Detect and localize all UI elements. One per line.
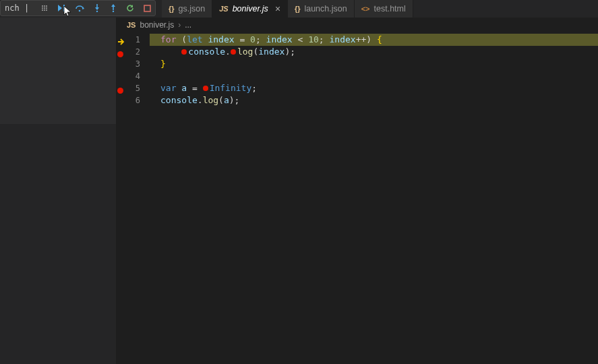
sidebar (0, 0, 116, 364)
tab-label: gs.json (179, 4, 206, 13)
svg-point-11 (96, 11, 98, 12)
breadcrumb[interactable]: JS boniver.js › ... (116, 18, 598, 32)
chevron-right-icon: › (178, 20, 181, 30)
svg-point-5 (46, 7, 47, 9)
svg-point-4 (44, 7, 45, 9)
code-editor[interactable]: 123456 for (let index = 0; index < 10; i… (116, 32, 598, 364)
tab-launch-json[interactable]: {}launch.json (288, 0, 355, 18)
breadcrumb-file: boniver.js (140, 20, 174, 30)
code-line[interactable] (160, 70, 598, 82)
line-number[interactable]: 2 (116, 46, 150, 58)
code-line[interactable]: console.log(index); (160, 46, 598, 58)
continue-icon[interactable] (57, 4, 65, 12)
close-icon[interactable]: × (275, 3, 280, 14)
svg-point-10 (79, 10, 81, 12)
step-over-icon[interactable] (75, 4, 84, 12)
drag-handle-icon[interactable] (41, 3, 48, 13)
debug-label: nch | (5, 3, 29, 13)
svg-rect-13 (144, 5, 150, 11)
inline-breakpoint-icon[interactable] (203, 86, 208, 91)
code-line[interactable]: for (let index = 0; index < 10; index++)… (150, 34, 598, 46)
svg-point-6 (42, 9, 43, 11)
file-type-icon: {} (295, 5, 301, 13)
svg-point-8 (46, 9, 47, 11)
line-number[interactable]: 6 (116, 94, 150, 107)
step-into-icon[interactable] (94, 4, 100, 12)
svg-point-1 (44, 5, 45, 7)
svg-rect-9 (63, 5, 65, 11)
tab-gs-json[interactable]: {}gs.json (162, 0, 212, 18)
file-type-icon: JS (219, 5, 228, 13)
file-type-icon: <> (361, 5, 370, 13)
svg-point-7 (44, 9, 45, 11)
stop-icon[interactable] (144, 5, 151, 12)
inline-breakpoint-icon[interactable] (231, 49, 236, 55)
tab-test-html[interactable]: <>test.html (355, 0, 413, 18)
tab-label: boniver.js (233, 4, 268, 13)
line-number[interactable]: 4 (116, 70, 150, 82)
tab-boniver-js[interactable]: JSboniver.js× (212, 0, 288, 18)
svg-point-12 (113, 11, 114, 12)
svg-point-2 (46, 5, 47, 7)
line-number[interactable]: 5 (116, 82, 150, 94)
sidebar-panel (0, 16, 116, 124)
debug-toolbar: nch | (0, 0, 156, 16)
file-type-icon: {} (169, 5, 175, 13)
tab-label: test.html (374, 4, 406, 13)
code-line[interactable]: console.log(a); (160, 94, 598, 107)
restart-icon[interactable] (126, 4, 134, 12)
breadcrumb-more: ... (185, 20, 191, 30)
code-area[interactable]: for (let index = 0; index < 10; index++)… (150, 32, 598, 364)
js-file-icon: JS (127, 21, 136, 29)
step-out-icon[interactable] (110, 4, 117, 12)
line-number[interactable]: 3 (116, 58, 150, 70)
svg-point-3 (42, 7, 43, 9)
code-line[interactable]: } (160, 58, 598, 70)
code-line[interactable]: var a = Infinity; (160, 82, 598, 94)
inline-breakpoint-icon[interactable] (181, 49, 187, 55)
svg-point-0 (42, 5, 43, 7)
line-number[interactable]: 1 (116, 34, 150, 46)
tab-label: launch.json (304, 4, 347, 13)
gutter: 123456 (116, 32, 150, 364)
